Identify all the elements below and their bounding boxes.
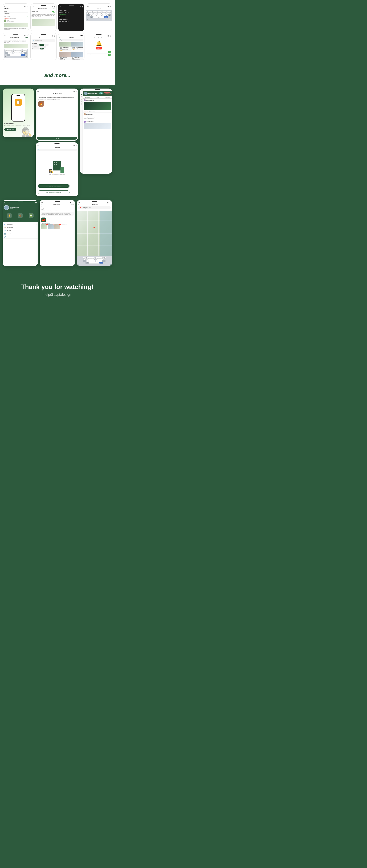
alarm-light-toggle[interactable] [108,54,111,56]
back-arrow-search-no[interactable]: ‹ [37,146,37,148]
back-arrow-5[interactable]: ‹ [4,37,4,38]
key-q[interactable]: q [86,10,89,12]
key-o[interactable]: o [107,10,109,12]
alarm-sound-toggle[interactable] [108,51,111,53]
add-photo-btn[interactable]: + [61,224,67,229]
key-a[interactable]: a [87,12,90,14]
kb2-space[interactable]: space [10,54,21,56]
dark-menu-electronic[interactable]: Electronic device [59,20,83,23]
kb-addr-s[interactable]: s [87,258,89,260]
kb2-f[interactable]: f [12,51,15,52]
emergency-btn[interactable]: Emergency [104,92,111,94]
kb2-h[interactable]: h [17,51,19,52]
key-mic[interactable]: 🎤 [109,19,111,20]
key-z[interactable]: z [90,14,93,16]
sidebar-dot-3[interactable] [81,99,82,100]
search-bar-mini[interactable]: 🔍 search product [32,39,56,42]
kb2-v[interactable]: v [15,53,17,54]
key-p[interactable]: p [109,10,111,12]
comment-2[interactable]: 💬 Comment (2) [88,118,94,119]
kb-addr-n[interactable]: n [98,260,100,262]
alarm-action-btn[interactable]: Alarm [37,136,77,140]
apt-result-4[interactable]: Los Angeles Deluxe Suites Los Angeles, S… [72,52,83,60]
photo-delete-2[interactable]: ✕ [53,224,54,225]
key-d[interactable]: d [92,12,95,14]
key-c[interactable]: c [95,14,97,16]
dark-menu-sport[interactable]: Sportswear [59,16,83,18]
kb-addr-g[interactable]: g [93,258,95,260]
key-v[interactable]: v [98,14,100,16]
kb-addr-space[interactable]: space [89,262,99,264]
key-x[interactable]: x [93,14,95,16]
privacy-save-2[interactable]: Save [25,37,28,38]
kb-addr-t[interactable]: t [92,257,94,258]
kb-addr-shift[interactable]: ⇧ [83,260,86,262]
kb2-i[interactable]: i [20,49,22,51]
kb-addr-h[interactable]: h [95,258,98,260]
back-arrow-store[interactable]: ‹ [41,204,41,206]
search-bar-results[interactable]: 🔍 Search... [59,39,83,41]
tab-latest-news[interactable]: Latest news [83,96,92,98]
kb-addr-b[interactable]: b [95,260,98,262]
kb2-z[interactable]: z [8,53,10,54]
kb2-j[interactable]: j [19,51,21,52]
menu-selection-1[interactable]: Selection 1 [4,8,28,10]
sidebar-dot-2[interactable] [81,96,82,97]
kb-addr-q[interactable]: q [83,257,85,258]
back-arrow-6[interactable]: ‹ [32,37,32,39]
menu-share[interactable]: 🔗 Share with friends › [3,236,38,239]
key-m[interactable]: m [105,14,108,16]
send-feedback-btn[interactable]: Send feedback for us to update [38,184,69,188]
apt-result-3[interactable]: Corporate Rentals Opposit Los Angeles, C… [59,52,71,60]
sidebar-dot-4[interactable] [81,101,82,102]
cat-mens[interactable]: Men's Fashion [32,44,39,45]
menu-edit-account[interactable]: 👤 Edit account › [3,223,38,226]
key-t[interactable]: t [96,10,99,12]
back-arrow-addr[interactable]: ‹ [78,204,79,206]
key-i[interactable]: i [104,10,106,12]
kb-addr-u[interactable]: u [97,257,99,258]
privacy-toggle-switch[interactable] [52,11,55,12]
key-return[interactable]: return [104,16,108,18]
key-e[interactable]: e [91,10,94,12]
key-123[interactable]: 123 [90,16,93,18]
comment-btn[interactable]: 💬 Comment (10) [9,18,16,19]
key-w[interactable]: w [89,10,91,12]
kb-addr-a[interactable]: a [84,258,86,260]
cat-womens[interactable]: Women's [39,44,45,45]
back-arrow-7[interactable]: ‹ [59,36,60,38]
kb-addr-d[interactable]: d [89,258,91,260]
kb2-return[interactable]: return [21,54,25,56]
back-arrow-alarm[interactable]: ‹ [37,93,37,94]
kb2-b[interactable]: b [17,53,19,54]
photo-delete-3[interactable]: ✕ [59,224,61,225]
key-b[interactable]: b [100,14,103,16]
kb2-q[interactable]: q [4,49,7,51]
kb-addr-o[interactable]: o [101,257,104,258]
kb2-p[interactable]: p [25,49,27,51]
kb-addr-m[interactable]: m [100,260,102,262]
key-backspace[interactable]: ⌫ [108,14,111,16]
kb-addr-r[interactable]: r [90,257,92,258]
key-n[interactable]: n [103,14,105,16]
kb-addr-z[interactable]: z [87,260,89,262]
kb2-emoji[interactable]: ☺ [5,56,6,58]
cat-sport[interactable]: Sportswear [40,46,46,48]
kb2-c[interactable]: c [12,53,15,54]
address-search-bar[interactable]: 📍 Los Angeles, USA [78,206,111,209]
kb2-m[interactable]: m [22,53,24,54]
kb-addr-emoji[interactable]: ☺ [78,264,79,265]
kb-addr-return[interactable]: return [100,262,103,264]
kb2-y[interactable]: y [16,49,18,51]
key-shift[interactable]: ⇧ [87,14,90,16]
menu-my-apartment[interactable]: 🏠 My apartment › [3,226,38,229]
kb2-s[interactable]: s [8,51,10,52]
dark-menu-child[interactable]: Child fashion [59,13,83,16]
sidebar-dot-1[interactable] [81,94,82,95]
search-no-bar[interactable]: 🔍 [37,149,77,151]
kb2-n[interactable]: n [19,53,21,54]
menu-info[interactable]: ℹ️ Information about us › [3,232,38,236]
tab-system-news[interactable]: System news [102,96,112,98]
kb-addr-j[interactable]: j [98,258,100,260]
kb-addr-k[interactable]: k [100,258,102,260]
